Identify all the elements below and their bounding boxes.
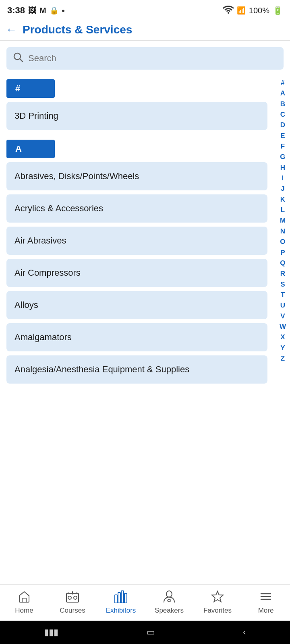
list-item[interactable]: Analgesia/Anesthesia Equipment & Supplie… [6,355,267,384]
svg-rect-2 [22,598,26,602]
courses-icon [66,590,79,605]
alpha-letter-c[interactable]: C [279,109,287,120]
svg-marker-12 [212,591,223,602]
search-container [0,41,290,74]
nav-item-exhibitors[interactable]: Exhibitors [103,590,139,615]
alpha-letter-g[interactable]: G [278,152,287,162]
more-icon [259,590,272,605]
section-header-#: # [6,79,55,98]
search-box[interactable] [6,47,284,70]
system-bar: ▮▮▮ ▭ ‹ [0,621,290,644]
alpha-letter-x[interactable]: X [279,332,286,343]
search-icon [13,52,23,65]
list-item[interactable]: Amalgamators [6,323,267,351]
favorites-icon [211,590,224,605]
nav-label-home: Home [15,607,33,615]
nav-item-speakers[interactable]: Speakers [151,590,187,615]
nav-label-more: More [258,607,274,615]
home-button[interactable]: ▭ [147,627,155,638]
alphabet-sidebar: #ABCDEFGHIJKLMNOPQRSTUVWXYZ [278,74,288,364]
nav-label-favorites: Favorites [203,607,232,615]
svg-rect-9 [124,593,127,603]
alpha-letter-q[interactable]: Q [278,258,287,268]
alpha-letter-d[interactable]: D [279,120,287,130]
recent-apps-button[interactable]: ▮▮▮ [44,627,58,638]
page-header: ← Products & Services [0,19,290,41]
alpha-letter-t[interactable]: T [279,290,286,300]
status-time: 3:38 [7,5,25,16]
alpha-letter-a[interactable]: A [279,88,287,99]
svg-point-11 [168,599,171,602]
signal-icon: 📶 [237,6,246,15]
alpha-letter-h[interactable]: H [279,163,287,173]
section-header-a: A [6,140,55,158]
alpha-letter-b[interactable]: B [279,99,287,109]
nav-item-home[interactable]: Home [6,590,42,615]
battery-icon: 🔋 [273,6,283,15]
svg-line-1 [20,59,23,62]
nav-item-more[interactable]: More [248,590,284,615]
status-right-icons: 📶 100% 🔋 [223,6,283,16]
alpha-letter-e[interactable]: E [279,131,286,141]
content-area: #ABCDEFGHIJKLMNOPQRSTUVWXYZ #3D Printing… [0,74,290,584]
alpha-letter-n[interactable]: N [279,226,287,237]
battery-text: 100% [249,6,269,15]
alpha-letter-z[interactable]: Z [279,353,286,364]
alpha-letter-#[interactable]: # [279,78,286,88]
back-button[interactable]: ← [6,24,17,35]
exhibitors-icon [114,590,128,605]
list-item[interactable]: Acrylics & Accessories [6,194,267,223]
nav-label-speakers: Speakers [155,607,184,615]
alpha-letter-p[interactable]: P [279,248,286,258]
svg-rect-7 [118,592,120,603]
svg-point-5 [74,596,77,599]
nav-item-courses[interactable]: Courses [54,590,91,615]
alpha-letter-w[interactable]: W [278,322,288,332]
alpha-letter-s[interactable]: S [279,279,286,290]
nav-label-exhibitors: Exhibitors [106,607,136,615]
home-icon [18,590,31,605]
search-input[interactable] [28,53,277,64]
list-item[interactable]: Abrasives, Disks/Points/Wheels [6,162,267,190]
speakers-icon [162,590,176,605]
page-title: Products & Services [23,23,132,36]
alpha-letter-r[interactable]: R [279,268,287,279]
svg-rect-6 [115,595,117,603]
alpha-letter-m[interactable]: M [278,215,287,226]
status-gallery-icon: 🖼 [28,6,36,15]
svg-rect-8 [121,591,124,603]
svg-point-4 [68,596,71,599]
alpha-letter-k[interactable]: K [279,194,287,205]
list-item[interactable]: Alloys [6,291,267,319]
list-item[interactable]: Air Abrasives [6,227,267,255]
wifi-icon [223,6,234,16]
nav-label-courses: Courses [60,607,85,615]
alpha-letter-i[interactable]: I [280,173,286,184]
list-item[interactable]: Air Compressors [6,259,267,287]
back-system-button[interactable]: ‹ [243,627,246,638]
list-item[interactable]: 3D Printing [6,102,267,130]
alpha-letter-u[interactable]: U [279,300,287,311]
bottom-navigation: Home Courses Exhibitors [0,584,290,621]
alpha-letter-l[interactable]: L [279,205,286,215]
alpha-letter-v[interactable]: V [279,311,286,322]
alpha-letter-f[interactable]: F [279,141,286,152]
alpha-letter-o[interactable]: O [278,237,287,247]
nav-item-favorites[interactable]: Favorites [199,590,236,615]
status-mail-icon: M [39,6,46,15]
status-bar: 3:38 🖼 M 🔒 ● 📶 100% 🔋 [0,0,290,19]
alpha-letter-j[interactable]: J [279,184,286,194]
status-dot-icon: ● [62,7,65,14]
alpha-letter-y[interactable]: Y [279,343,286,353]
status-time-icons: 3:38 🖼 M 🔒 ● [7,5,65,16]
svg-point-10 [166,591,172,597]
status-security-icon: 🔒 [50,6,58,15]
